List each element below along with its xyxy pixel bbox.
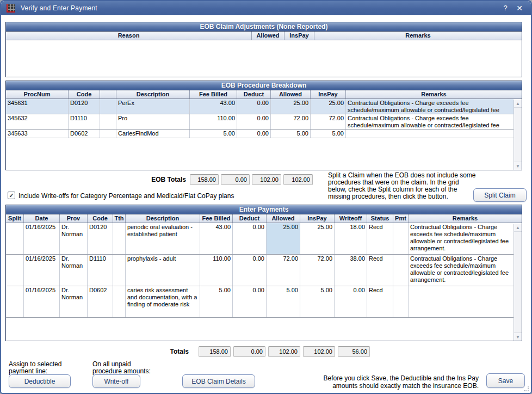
col-inspay: InsPay [311,90,346,98]
col-reason: Reason [6,32,252,40]
cell-remarks[interactable]: Contractual Obligations - Charge exceeds… [409,255,514,286]
cell-description: CariesFindMod [116,130,190,138]
col-pmt: Pmt [393,214,409,223]
col-code: Code [69,90,100,98]
cell-fee-billed[interactable]: 43.00 [200,223,233,254]
cell-date[interactable]: 01/16/2025 [24,286,60,317]
cell-remarks[interactable] [409,286,514,317]
cell-fee-billed: 110.00 [190,114,237,129]
col-split: Split [6,214,24,223]
cell-pmt[interactable] [393,223,409,254]
enter-payments-header: Split Date Prov Code Tth Description Fee… [6,214,522,223]
close-button[interactable]: ✕ [512,3,527,14]
col-allowed: Allowed [267,214,300,223]
cell-writeoff[interactable]: 18.00 [335,223,367,254]
cell-date[interactable]: 01/16/2025 [24,255,60,286]
cell-inspay: 5.00 [311,130,346,138]
cell-prov[interactable]: Dr. Norman [60,286,88,317]
total-writeoff: 56.00 [338,346,370,357]
scroll-down-icon[interactable]: ▼ [514,162,522,170]
cell-deduct[interactable]: 0.00 [233,255,267,286]
writeoff-button[interactable]: Write-off [92,374,140,388]
cell-deduct[interactable]: 0.00 [233,223,267,254]
include-writeoffs-label: Include Write-offs for Category Percenta… [18,192,234,200]
payments-scrollbar[interactable]: ▲ ▼ [514,224,522,341]
cell-code[interactable]: D0602 [88,286,113,317]
eob-total-allowed: 102.00 [252,174,281,185]
enter-payments-title: Enter Payments [6,205,522,214]
col-writeoff: Writeoff [335,214,367,223]
cell-allowed: 5.00 [271,130,311,138]
scroll-up-icon[interactable]: ▲ [514,224,522,232]
cell-status[interactable]: Recd [367,255,393,286]
cell-description: Pro [116,114,190,129]
cell-split[interactable] [6,286,24,317]
help-button[interactable]: ? [498,3,512,14]
col-status: Status [367,214,393,223]
cell-tth[interactable] [113,223,126,254]
cell-tth[interactable] [113,286,126,317]
cell-code: D0602 [69,130,100,138]
cell-remarks[interactable]: Contractual Obligations - Charge exceeds… [409,223,514,254]
cell-description[interactable]: prophylaxis - adult [126,255,200,286]
cell-prov[interactable]: Dr. Norman [60,223,88,254]
cell-allowed[interactable]: 72.00 [267,255,300,286]
cell-tth[interactable] [113,255,126,286]
col-code: Code [88,214,113,223]
cell-allowed[interactable]: 5.00 [267,286,300,317]
save-note: Before you click Save, the Deductible an… [299,374,479,390]
scroll-up-icon[interactable]: ▲ [514,100,522,108]
payment-row-2[interactable]: 01/16/2025 Dr. Norman D1110 prophylaxis … [6,255,514,286]
cell-code[interactable]: D1110 [88,255,113,286]
eob-claim-details-button[interactable]: EOB Claim Details [182,374,255,388]
save-button[interactable]: Save [486,373,525,388]
cell-fee-billed: 43.00 [190,99,237,114]
cell-description[interactable]: periodic oral evaluation - established p… [126,223,200,254]
cell-status[interactable]: Recd [367,223,393,254]
scroll-down-icon[interactable]: ▼ [514,333,522,341]
include-writeoffs-checkbox[interactable]: ✓ [8,192,15,199]
deductible-button[interactable]: Deductible [9,374,71,388]
cell-writeoff[interactable]: 38.00 [335,255,367,286]
cell-remarks: Contractual Obligations - Charge exceeds… [346,99,514,114]
payment-row-1[interactable]: 01/16/2025 Dr. Norman D0120 periodic ora… [6,223,514,255]
cell-fee-billed[interactable]: 5.00 [200,286,233,317]
breakdown-row-3[interactable]: 345633 D0602 CariesFindMod 5.00 0.00 5.0… [6,130,514,138]
cell-inspay[interactable]: 5.00 [300,286,335,317]
col-tth: Tth [113,214,126,223]
col-procnum: ProcNum [6,90,69,98]
cell-allowed-selected[interactable]: 25.00 [267,223,300,254]
split-claim-note: Split a Claim when the EOB does not incl… [328,172,476,200]
cell-deduct: 0.00 [237,114,271,129]
cell-split[interactable] [6,223,24,254]
resize-grip[interactable] [524,386,529,391]
col-inspay: InsPay [300,214,335,223]
split-claim-button[interactable]: Split Claim [473,188,527,202]
cell-pmt[interactable] [393,255,409,286]
cell-fee-billed[interactable]: 110.00 [200,255,233,286]
col-fee-billed: Fee Billed [200,214,233,223]
cell-status[interactable]: Recd [367,286,393,317]
breakdown-scrollbar[interactable]: ▲ ▼ [514,100,522,170]
col-date: Date [24,214,60,223]
breakdown-row-1[interactable]: 345631 D0120 PerEx 43.00 0.00 25.00 25.0… [6,99,514,114]
breakdown-row-2[interactable]: 345632 D1110 Pro 110.00 0.00 72.00 72.00… [6,114,514,130]
cell-deduct: 0.00 [237,130,271,138]
unpaid-label: On all unpaid procedure amounts: [92,361,160,375]
payment-row-3[interactable]: 01/16/2025 Dr. Norman D0602 caries risk … [6,286,514,318]
cell-inspay[interactable]: 72.00 [300,255,335,286]
col-blank [100,90,116,98]
cell-code[interactable]: D0120 [88,223,113,254]
cell-description[interactable]: caries risk assessment and documentation… [126,286,200,317]
cell-prov[interactable]: Dr. Norman [60,255,88,286]
cell-inspay[interactable]: 25.00 [300,223,335,254]
col-deduct: Deduct [233,214,267,223]
cell-code: D1110 [69,114,100,129]
col-remarks: Remarks [314,32,522,40]
cell-split[interactable] [6,255,24,286]
cell-pmt[interactable] [393,286,409,317]
cell-writeoff[interactable]: 0.00 [335,286,367,317]
cell-allowed: 25.00 [271,99,311,114]
cell-date[interactable]: 01/16/2025 [24,223,60,254]
cell-deduct[interactable]: 0.00 [233,286,267,317]
